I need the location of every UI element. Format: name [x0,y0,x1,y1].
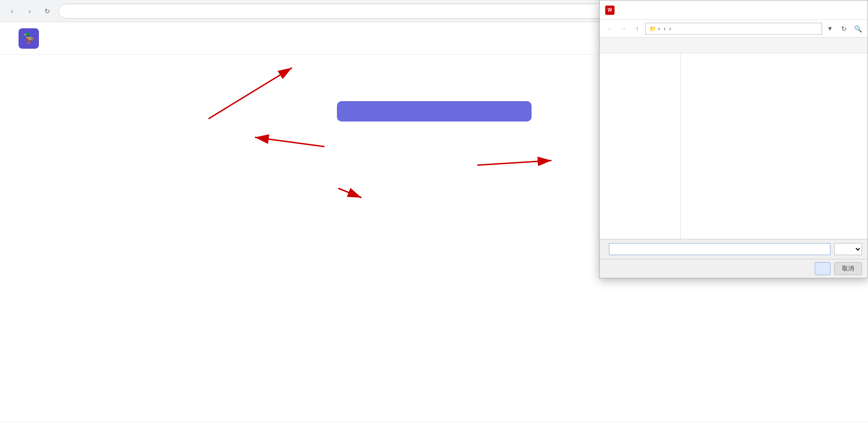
dialog-forward-button[interactable]: → [617,23,629,35]
nav-refresh-button[interactable]: ↻ [41,5,54,18]
filename-input[interactable] [609,243,830,255]
dialog-body [600,53,868,239]
dialog-files [681,53,868,239]
breadcrumb-bar: 📁 › › › [645,23,822,35]
dialog-back-button[interactable]: ← [603,23,615,35]
cancel-button[interactable]: 取消 [834,262,862,275]
site-footer [0,421,868,443]
dialog-actions: 取消 [600,259,868,278]
dialog-refresh-button[interactable]: ↻ [838,23,850,35]
nav-forward-button[interactable]: › [23,5,36,18]
nav-back-button[interactable]: ‹ [6,5,19,18]
site-logo: 🦆 [19,28,43,49]
dialog-bottom [600,239,868,259]
filetype-select[interactable] [834,243,862,255]
breadcrumb-sep1: › [658,26,660,32]
logo-icon: 🦆 [19,28,39,49]
dialog-up-button[interactable]: ↑ [631,23,643,35]
breadcrumb-computer: 📁 [649,26,656,32]
breadcrumb-dropdown[interactable]: ▼ [824,23,836,35]
dialog-secondary-toolbar [600,38,868,53]
open-button[interactable] [815,262,830,275]
dialog-toolbar: ← → ↑ 📁 › › › ▼ ↻ 🔍 [600,20,868,38]
file-dialog: W ← → ↑ 📁 › › › ▼ ↻ 🔍 [599,0,868,278]
breadcrumb-sep2: › [664,26,665,32]
upload-button[interactable] [337,101,532,122]
dialog-titlebar: W [600,0,868,20]
breadcrumb-sep3: › [669,26,671,32]
dialog-search-button[interactable]: 🔍 [852,23,864,35]
dialog-logo: W [605,6,615,15]
dialog-sidebar [600,53,681,239]
